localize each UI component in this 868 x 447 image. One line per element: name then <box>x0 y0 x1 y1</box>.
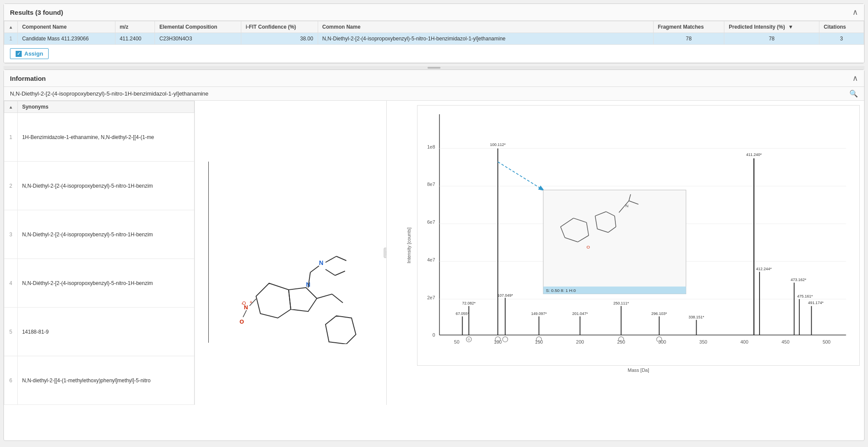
syn-row-num: 5 <box>4 308 18 356</box>
svg-text:200: 200 <box>576 339 584 344</box>
information-panel: Information ∧ N,N-Diethyl-2-[2-(4-isopro… <box>3 70 865 441</box>
syn-row-num: 3 <box>4 210 18 259</box>
synonym-name: N,N-Diethyl-2-[2-(4-isopropoxybenzyl)-5-… <box>17 210 194 259</box>
syn-row-num: 6 <box>4 356 18 405</box>
spectrum-chart-svg: 0 2e7 4e7 6e7 8e7 1e8 50 100 150 <box>417 105 860 366</box>
synonym-name: N,N-Diéthyl-2-[2-(4-isopropoxybenzyl)-5-… <box>17 259 194 308</box>
info-panel-header: Information ∧ <box>4 70 864 87</box>
svg-rect-91 <box>543 190 686 294</box>
svg-line-26 <box>326 256 336 262</box>
svg-text:100.112*: 100.112* <box>490 142 506 147</box>
synonyms-header-row: ▲ Synonyms <box>4 101 194 113</box>
svg-text:O: O <box>349 343 354 344</box>
list-item[interactable]: 4 N,N-Diéthyl-2-[2-(4-isopropoxybenzyl)-… <box>4 259 194 308</box>
svg-text:4e7: 4e7 <box>427 257 435 262</box>
predicted-intensity-sort-icon: ▼ <box>788 24 793 30</box>
results-title: Results (3 found) <box>10 9 63 16</box>
elemental-composition-cell: C23H30N4O3 <box>155 33 241 45</box>
molecule-panel: N N O - + O O <box>195 101 387 405</box>
svg-text:296.103*: 296.103* <box>651 311 667 316</box>
synonym-name: N,N-Diethyl-2-[2-(4-isopropoxybenzyl)-5-… <box>17 162 194 210</box>
panel-resize-bar[interactable] <box>3 66 865 70</box>
molecule-resize-handle[interactable]: ⋮ <box>384 248 387 258</box>
predicted-intensity-cell: 78 <box>724 33 819 45</box>
th-sort[interactable]: ▲ <box>4 21 18 33</box>
synonyms-panel: ▲ Synonyms 1 1H-Benzimidazole-1-ethanami… <box>4 101 195 405</box>
svg-text:491.174*: 491.174* <box>808 301 824 305</box>
svg-marker-15 <box>326 316 356 344</box>
svg-text:⚙: ⚙ <box>467 338 470 341</box>
spectrum-panel: Intensity [counts] 0 2e7 4e7 6e7 8e7 1e8 <box>387 101 864 405</box>
svg-text:411.240*: 411.240* <box>746 152 762 157</box>
th-common-name[interactable]: Common Name <box>318 21 653 33</box>
svg-text:338.151*: 338.151* <box>689 315 704 319</box>
molecule-structure-svg: N N O - + O O <box>208 162 373 344</box>
assign-label: Assign <box>24 50 43 57</box>
svg-text:N: N <box>319 259 323 266</box>
table-row[interactable]: 1 Candidate Mass 411.239066 411.2400 C23… <box>4 33 864 45</box>
syn-row-num: 1 <box>4 113 18 162</box>
syn-sort-icon: ▲ <box>9 105 13 109</box>
synonym-name: 14188-81-9 <box>17 308 194 356</box>
svg-text:500: 500 <box>822 339 830 344</box>
th-mz[interactable]: m/z <box>115 21 155 33</box>
list-item[interactable]: 5 14188-81-9 <box>4 308 194 356</box>
th-fragment-matches[interactable]: Fragment Matches <box>653 21 724 33</box>
list-item[interactable]: 2 N,N-Diethyl-2-[2-(4-isopropoxybenzyl)-… <box>4 162 194 210</box>
svg-line-24 <box>310 266 319 272</box>
synonyms-table: ▲ Synonyms 1 1H-Benzimidazole-1-ethanami… <box>4 101 194 405</box>
results-panel-header: Results (3 found) ∧ <box>4 4 864 21</box>
results-table-header-row: ▲ Component Name m/z Elemental Compositi… <box>4 21 864 33</box>
common-name-cell: N,N-Diethyl-2-[2-(4-isopropoxybenzyl)-5-… <box>318 33 653 45</box>
svg-text:S: 0.50 8: 1 H:0: S: 0.50 8: 1 H:0 <box>546 288 576 293</box>
citations-cell: 3 <box>819 33 864 45</box>
synonym-name: 1H-Benzimidazole-1-ethanamine, N,N-dieth… <box>17 113 194 162</box>
svg-text:O: O <box>240 318 244 325</box>
row-num: 1 <box>4 33 18 45</box>
svg-text:149.097*: 149.097* <box>531 311 547 316</box>
mz-cell: 411.2400 <box>115 33 155 45</box>
sort-arrow-icon: ▲ <box>9 25 13 30</box>
info-collapse-icon[interactable]: ∧ <box>852 73 858 83</box>
th-ifit-confidence[interactable]: i-FIT Confidence (%) <box>241 21 318 33</box>
th-elemental-composition[interactable]: Elemental Composition <box>155 21 241 33</box>
results-table: ▲ Component Name m/z Elemental Compositi… <box>4 21 864 45</box>
svg-text:8e7: 8e7 <box>427 182 435 187</box>
svg-text:412.244*: 412.244* <box>756 267 772 271</box>
svg-text:-: - <box>241 301 243 306</box>
info-title: Information <box>10 75 46 82</box>
results-table-container: ▲ Component Name m/z Elemental Compositi… <box>4 21 864 45</box>
th-predicted-intensity[interactable]: Predicted Intensity (%) ▼ <box>724 21 819 33</box>
svg-text:O: O <box>586 245 590 249</box>
assign-bar: ✓ Assign <box>4 45 864 63</box>
compound-name: N,N-Diethyl-2-[2-(4-isopropoxybenzyl)-5-… <box>10 90 208 97</box>
svg-text:50: 50 <box>454 339 459 344</box>
svg-line-29 <box>335 271 345 275</box>
svg-line-11 <box>243 310 247 317</box>
svg-text:107.049*: 107.049* <box>497 293 513 298</box>
svg-text:473.162*: 473.162* <box>791 278 806 282</box>
th-component-name[interactable]: Component Name <box>17 21 115 33</box>
assign-button[interactable]: ✓ Assign <box>10 48 49 59</box>
th-citations[interactable]: Citations <box>819 21 864 33</box>
svg-line-14 <box>332 294 343 303</box>
search-icon[interactable]: 🔍 <box>849 89 858 98</box>
list-item[interactable]: 6 N,N-diethyl-2-[[4-(1-methylethoxy)phen… <box>4 356 194 405</box>
resize-dot <box>427 67 441 69</box>
svg-text:201.047*: 201.047* <box>572 311 588 316</box>
results-collapse-icon[interactable]: ∧ <box>852 7 858 17</box>
svg-text:350: 350 <box>699 339 707 344</box>
syn-row-num: 4 <box>4 259 18 308</box>
svg-line-28 <box>326 269 335 275</box>
y-axis-label: Intensity [counts] <box>406 228 411 264</box>
svg-point-65 <box>503 337 508 342</box>
svg-text:2e7: 2e7 <box>427 295 435 300</box>
svg-text:72.082*: 72.082* <box>462 301 476 305</box>
list-item[interactable]: 3 N,N-Diethyl-2-[2-(4-isopropoxybenzyl)-… <box>4 210 194 259</box>
svg-text:67.055*: 67.055* <box>456 311 469 316</box>
syn-row-num: 2 <box>4 162 18 210</box>
svg-marker-0 <box>256 283 291 318</box>
svg-line-13 <box>317 294 332 298</box>
info-content: ▲ Synonyms 1 1H-Benzimidazole-1-ethanami… <box>4 101 864 405</box>
list-item[interactable]: 1 1H-Benzimidazole-1-ethanamine, N,N-die… <box>4 113 194 162</box>
